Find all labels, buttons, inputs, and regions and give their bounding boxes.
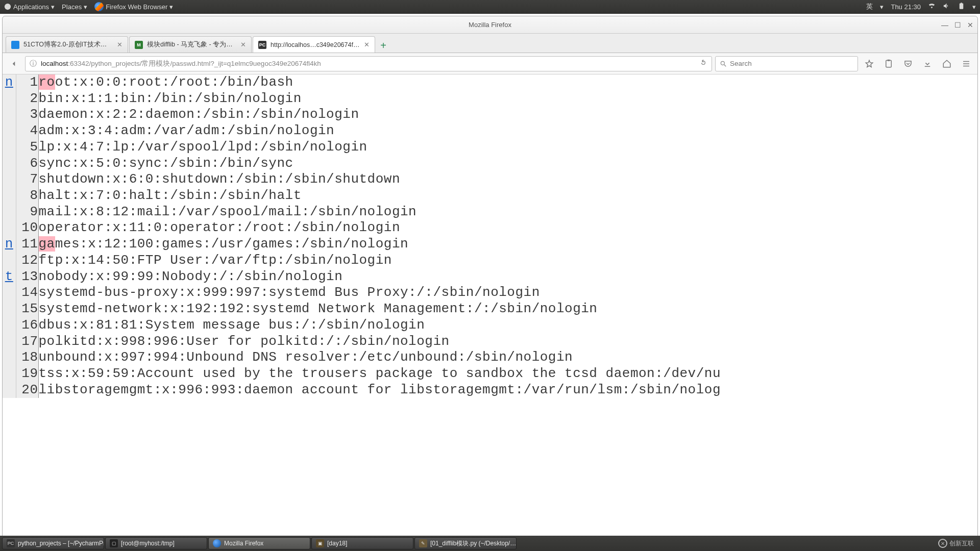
diff-line-text: bin:x:1:1:bin:/bin:/sbin/nologin [38, 91, 977, 107]
diff-row: 3daemon:x:2:2:daemon:/sbin:/sbin/nologin [3, 107, 977, 123]
firefox-window: Mozilla Firefox — ☐ ✕ 51CTO博客2.0-原创IT技术文… [2, 16, 978, 543]
diff-line-text: tss:x:59:59:Account used by the trousers… [38, 366, 977, 382]
diff-line-text: sync:x:5:0:sync:/sbin:/bin/sync [38, 156, 977, 172]
pocket-icon [903, 59, 913, 68]
taskbar-item-label: python_projects – [~/PycharmProj… [18, 540, 104, 547]
window-close-button[interactable]: ✕ [967, 21, 973, 29]
clock[interactable]: Thu 21:30 [891, 3, 921, 11]
svg-rect-3 [886, 60, 892, 67]
diff-row: 20libstoragemgmt:x:996:993:daemon accoun… [3, 382, 977, 398]
diff-nav-link[interactable]: n [3, 74, 16, 91]
window-maximize-button[interactable]: ☐ [954, 21, 961, 29]
chevron-down-icon: ▾ [84, 3, 87, 11]
taskbar-item[interactable]: ▣[day18] [311, 537, 413, 549]
window-minimize-button[interactable]: — [941, 21, 948, 29]
pocket-button[interactable] [900, 56, 916, 72]
diff-line-text: lp:x:4:7:lp:/var/spool/lpd:/sbin/nologin [38, 139, 977, 156]
taskbar-item[interactable]: PCpython_projects – [~/PycharmProj… [2, 537, 104, 549]
star-icon [865, 59, 874, 68]
browser-tab[interactable]: PChttp://localhos…c349e20674fl4kh✕ [253, 36, 375, 53]
taskbar-item-label: [day18] [327, 540, 347, 547]
diff-line-rest: polkitd:x:998:996:User for polkitd:/:/sb… [39, 334, 450, 349]
diff-nav-link[interactable]: t [3, 269, 16, 285]
applications-menu[interactable]: Applications ▾ [4, 3, 55, 11]
diff-line-text: systemd-network:x:192:192:systemd Networ… [38, 301, 977, 317]
tab-close-button[interactable]: ✕ [364, 41, 370, 48]
diff-row: 6sync:x:5:0:sync:/sbin:/bin/sync [3, 156, 977, 172]
tab-close-button[interactable]: ✕ [117, 41, 122, 48]
diff-nav-link [3, 366, 16, 382]
download-icon [923, 59, 932, 68]
places-label: Places [62, 3, 82, 11]
info-icon[interactable]: ⓘ [30, 59, 37, 68]
places-menu[interactable]: Places ▾ [62, 3, 87, 11]
taskbar-item[interactable]: ✎[01_difflib模块.py (~/Desktop/… [414, 537, 517, 549]
gnome-top-panel: Applications ▾ Places ▾ Firefox Web Brow… [0, 0, 980, 14]
tab-favicon: M [135, 41, 143, 49]
taskbar-item-icon: ▢ [110, 539, 118, 547]
diff-line-rest: adm:x:3:4:adm:/var/adm:/sbin/nologin [39, 123, 335, 138]
diff-row: 17polkitd:x:998:996:User for polkitd:/:/… [3, 334, 977, 350]
search-icon [720, 60, 727, 67]
power-chevron-icon[interactable]: ▾ [972, 3, 976, 11]
active-app-label: Firefox Web Browser [106, 3, 167, 11]
search-bar[interactable] [715, 56, 858, 71]
battery-icon[interactable] [958, 2, 965, 11]
diff-line-text: nobody:x:99:99:Nobody:/:/sbin/nologin [38, 269, 977, 285]
diff-nav-link [3, 349, 16, 366]
applications-label: Applications [13, 3, 49, 11]
home-button[interactable] [939, 56, 955, 72]
diff-line-text: systemd-bus-proxy:x:999:997:systemd Bus … [38, 285, 977, 301]
watermark-brand: ✕ 创新互联 [938, 539, 978, 548]
input-method-indicator[interactable]: 英 [866, 2, 873, 11]
volume-icon[interactable] [943, 2, 950, 11]
diff-nav-link[interactable]: n [3, 236, 16, 253]
diff-line-rest: systemd-network:x:192:192:systemd Networ… [39, 301, 598, 316]
bookmark-star-button[interactable] [861, 56, 877, 72]
window-title: Mozilla Firefox [469, 21, 511, 29]
diff-line-rest: mail:x:8:12:mail:/var/spool/mail:/sbin/n… [39, 204, 417, 219]
diff-line-rest: lp:x:4:7:lp:/var/spool/lpd:/sbin/nologin [39, 139, 368, 155]
taskbar-item-icon: ▣ [316, 539, 324, 547]
back-button[interactable] [6, 56, 22, 72]
downloads-button[interactable] [919, 56, 936, 72]
search-input[interactable] [730, 60, 853, 67]
taskbar-item[interactable]: ▢[root@myhost:/tmp] [105, 537, 207, 549]
diff-nav-link [3, 220, 16, 236]
bookmarks-sidebar-button[interactable] [880, 56, 897, 72]
diff-line-text: daemon:x:2:2:daemon:/sbin:/sbin/nologin [38, 107, 977, 123]
url-domain: localhost [41, 60, 68, 67]
diff-line-number: 8 [16, 188, 38, 204]
url-bar[interactable]: ⓘ localhost:63342/python_projects/常用模块/p… [25, 56, 712, 71]
diff-line-rest: halt:x:7:0:halt:/sbin:/sbin/halt [39, 188, 302, 203]
browser-tab[interactable]: 51CTO博客2.0-原创IT技术文章…✕ [6, 36, 128, 53]
diff-line-number: 18 [16, 349, 38, 366]
wifi-icon[interactable] [928, 2, 936, 11]
active-app-menu[interactable]: Firefox Web Browser ▾ [94, 2, 173, 11]
navigation-toolbar: ⓘ localhost:63342/python_projects/常用模块/p… [3, 53, 977, 74]
diff-row: 7shutdown:x:6:0:shutdown:/sbin:/sbin/shu… [3, 171, 977, 188]
new-tab-button[interactable]: + [376, 38, 390, 53]
hamburger-menu-button[interactable] [958, 56, 974, 72]
diff-line-rest: dbus:x:81:81:System message bus:/:/sbin/… [39, 317, 425, 333]
diff-line-rest: operator:x:11:0:operator:/root:/sbin/nol… [39, 220, 401, 235]
diff-nav-link [3, 156, 16, 172]
diff-line-number: 15 [16, 301, 38, 317]
diff-line-text: shutdown:x:6:0:shutdown:/sbin:/sbin/shut… [38, 171, 977, 188]
diff-row: 16dbus:x:81:81:System message bus:/:/sbi… [3, 317, 977, 334]
browser-tab[interactable]: M模块difflib - 马克飞象 - 专为印象…✕ [129, 36, 252, 53]
diff-line-text: dbus:x:81:81:System message bus:/:/sbin/… [38, 317, 977, 334]
tab-close-button[interactable]: ✕ [240, 41, 246, 48]
diff-line-number: 11 [16, 236, 38, 253]
taskbar-item[interactable]: Mozilla Firefox [208, 537, 310, 549]
diff-line-rest: mes:x:12:100:games:/usr/games:/sbin/nolo… [55, 236, 408, 252]
diff-line-text: adm:x:3:4:adm:/var/adm:/sbin/nologin [38, 123, 977, 139]
taskbar-item-icon [213, 539, 221, 547]
reload-button[interactable] [699, 59, 707, 68]
diff-highlight: ga [39, 236, 55, 252]
diff-row: t13nobody:x:99:99:Nobody:/:/sbin/nologin [3, 269, 977, 285]
svg-point-0 [5, 4, 11, 10]
gnome-taskbar: PCpython_projects – [~/PycharmProj…▢[roo… [0, 536, 980, 551]
window-titlebar[interactable]: Mozilla Firefox — ☐ ✕ [3, 16, 977, 34]
taskbar-item-label: Mozilla Firefox [224, 540, 263, 547]
